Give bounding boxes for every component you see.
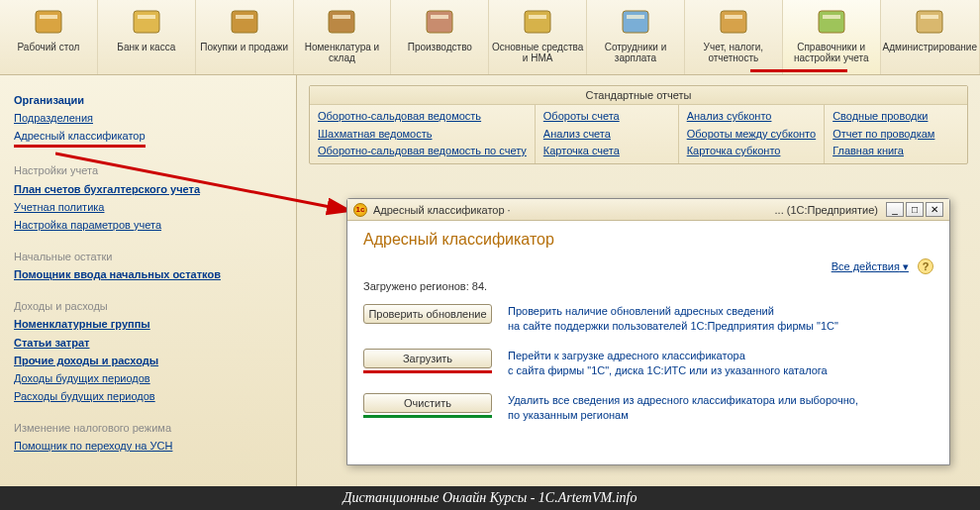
report-link[interactable]: Шахматная ведомость — [318, 126, 527, 144]
help-icon[interactable]: ? — [918, 258, 933, 274]
report-link[interactable]: Анализ счета — [543, 126, 670, 144]
toolbar-icon — [422, 4, 457, 40]
address-classifier-dialog: 1c Адресный классификатор · ... (1С:Пред… — [346, 198, 950, 465]
report-link[interactable]: Анализ субконто — [687, 108, 816, 126]
dialog-title-right: ... (1С:Предприятие) — [775, 204, 878, 216]
sidebar-link-nomenclature-groups[interactable]: Номенклатурные группы — [14, 318, 150, 330]
regions-status: Загружено регионов: 84. — [363, 280, 933, 292]
load-button[interactable]: Загрузить — [363, 349, 492, 368]
toolbar-icon — [324, 4, 359, 40]
svg-rect-4 — [232, 11, 257, 33]
footer-banner: Дистанционные Онлайн Курсы - 1C.ArtemVM.… — [0, 486, 980, 510]
toolbar-label: Учет, налоги, отчетность — [687, 42, 780, 63]
toolbar-item-8[interactable]: Справочники и настройки учета — [783, 0, 881, 74]
toolbar-item-6[interactable]: Сотрудники и зарплата — [587, 0, 685, 74]
toolbar-label: Номенклатура и склад — [296, 42, 389, 63]
clear-description: Удалить все сведения из адресного класси… — [508, 393, 933, 424]
reports-column: Обороты счетаАнализ счетаКарточка счета — [536, 105, 679, 163]
report-link[interactable]: Обороты между субконто — [687, 126, 816, 144]
toolbar-label: Справочники и настройки учета — [785, 42, 878, 63]
toolbar-icon — [520, 4, 555, 40]
toolbar-item-7[interactable]: Учет, налоги, отчетность — [685, 0, 783, 74]
check-update-button[interactable]: Проверить обновление — [363, 304, 492, 324]
sidebar-link-address-classifier[interactable]: Адресный классификатор — [14, 127, 146, 148]
toolbar-label: Производство — [408, 42, 472, 52]
svg-rect-11 — [529, 15, 546, 19]
sidebar-header-org[interactable]: Организации — [14, 91, 282, 109]
sidebar-link-other-income[interactable]: Прочие доходы и расходы — [14, 355, 158, 366]
svg-rect-10 — [525, 11, 550, 33]
report-link[interactable]: Главная книга — [833, 143, 959, 160]
sidebar-link-accounts-plan[interactable]: План счетов бухгалтерского учета — [14, 183, 200, 195]
toolbar-highlight — [750, 69, 847, 72]
all-actions-menu[interactable]: Все действия ▾ — [832, 260, 909, 272]
report-link[interactable]: Отчет по проводкам — [833, 126, 959, 144]
sidebar-link-cost-items[interactable]: Статьи затрат — [14, 337, 89, 349]
svg-rect-1 — [40, 15, 57, 19]
toolbar-label: Сотрудники и зарплата — [589, 42, 682, 63]
sidebar-link-usn-helper[interactable]: Помощник по переходу на УСН — [14, 440, 172, 452]
toolbar-label: Рабочий стол — [18, 42, 80, 52]
svg-rect-0 — [36, 11, 61, 33]
toolbar-label: Основные средства и НМА — [491, 42, 584, 63]
sidebar-link-subdivisions[interactable]: Подразделения — [14, 112, 93, 124]
svg-rect-16 — [819, 11, 844, 33]
sidebar-link-initial-helper[interactable]: Помощник ввода начальных остатков — [14, 268, 221, 280]
toolbar-item-9[interactable]: Администрирование — [881, 0, 980, 74]
sidebar-link-params[interactable]: Настройка параметров учета — [14, 219, 161, 231]
clear-button[interactable]: Очистить — [363, 393, 492, 413]
toolbar-item-2[interactable]: Покупки и продажи — [196, 0, 294, 74]
sidebar-link-future-expense[interactable]: Расходы будущих периодов — [14, 390, 155, 402]
svg-rect-12 — [623, 11, 648, 33]
reports-column: Анализ субконтоОбороты между субконтоКар… — [679, 105, 825, 163]
window-minimize-button[interactable]: _ — [886, 202, 904, 217]
svg-rect-13 — [627, 15, 644, 19]
sidebar: Организации Подразделения Адресный класс… — [0, 75, 297, 486]
toolbar-icon — [716, 4, 751, 40]
standard-reports-panel: Стандартные отчеты Оборотно-сальдовая ве… — [309, 85, 968, 164]
toolbar-icon — [31, 4, 66, 40]
toolbar-item-0[interactable]: Рабочий стол — [0, 0, 98, 74]
toolbar-icon — [618, 4, 653, 40]
svg-rect-5 — [236, 15, 253, 19]
svg-rect-9 — [431, 15, 448, 19]
dialog-title-left: Адресный классификатор · — [373, 204, 511, 216]
report-link[interactable]: Сводные проводки — [833, 108, 959, 126]
dialog-titlebar[interactable]: 1c Адресный классификатор · ... (1С:Пред… — [347, 199, 949, 221]
sidebar-link-accounting-policy[interactable]: Учетная политика — [14, 201, 104, 213]
load-highlight — [363, 370, 492, 373]
report-link[interactable]: Карточка счета — [543, 143, 670, 160]
svg-rect-18 — [917, 11, 942, 33]
window-maximize-button[interactable]: □ — [906, 202, 924, 217]
window-close-button[interactable]: ✕ — [926, 202, 943, 217]
app-logo-icon: 1c — [353, 203, 367, 217]
svg-rect-6 — [329, 11, 354, 33]
toolbar-item-1[interactable]: Банк и касса — [98, 0, 196, 74]
svg-rect-7 — [333, 15, 350, 19]
report-link[interactable]: Оборотно-сальдовая ведомость — [318, 108, 527, 126]
svg-rect-3 — [138, 15, 155, 19]
report-link[interactable]: Обороты счета — [543, 108, 670, 126]
report-link[interactable]: Оборотно-сальдовая ведомость по счету — [318, 143, 527, 160]
toolbar-icon — [912, 4, 947, 40]
check-update-description: Проверить наличие обновлений адресных св… — [508, 304, 933, 335]
toolbar-item-4[interactable]: Производство — [391, 0, 489, 74]
toolbar-label: Администрирование — [883, 42, 977, 52]
toolbar-item-3[interactable]: Номенклатура и склад — [294, 0, 392, 74]
main-toolbar: Рабочий столБанк и кассаПокупки и продаж… — [0, 0, 980, 75]
toolbar-label: Банк и касса — [117, 42, 175, 52]
sidebar-header-settings: Настройки учета — [14, 161, 282, 179]
sidebar-header-initial: Начальные остатки — [14, 248, 282, 265]
toolbar-icon — [814, 4, 849, 40]
svg-rect-15 — [725, 15, 742, 19]
svg-rect-14 — [721, 11, 746, 33]
report-link[interactable]: Карточка субконто — [687, 143, 816, 160]
svg-rect-2 — [134, 11, 159, 33]
toolbar-item-5[interactable]: Основные средства и НМА — [489, 0, 587, 74]
toolbar-label: Покупки и продажи — [200, 42, 288, 52]
sidebar-link-future-income[interactable]: Доходы будущих периодов — [14, 372, 150, 384]
reports-column: Сводные проводкиОтчет по проводкамГлавна… — [825, 105, 967, 163]
load-description: Перейти к загрузке адресного классификат… — [508, 349, 933, 379]
reports-title: Стандартные отчеты — [310, 86, 967, 105]
svg-rect-19 — [921, 15, 938, 19]
